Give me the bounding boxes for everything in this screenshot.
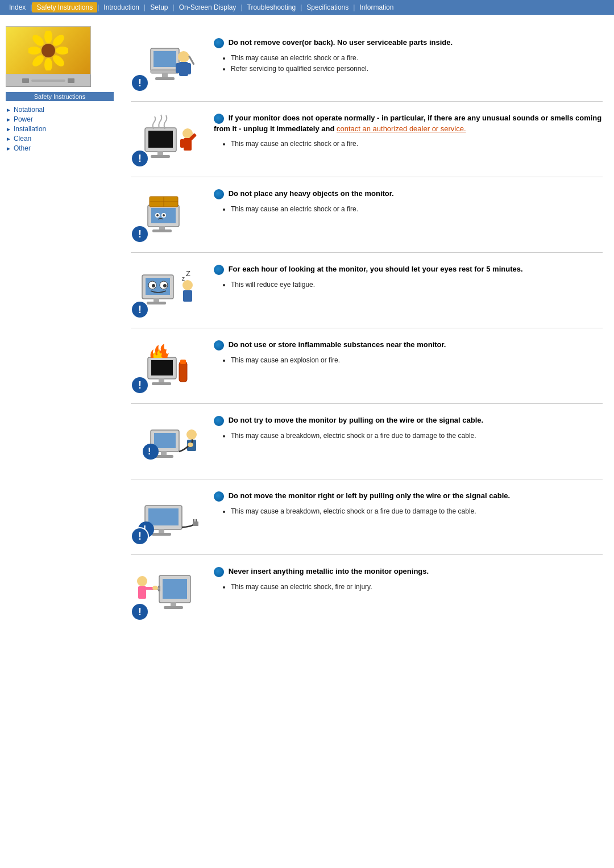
instruction-img-4: z Z ! <box>131 262 205 319</box>
svg-point-64 <box>188 443 193 447</box>
nav-item-osd[interactable]: On-Screen Display <box>175 2 241 12</box>
nav-item-safety[interactable]: Safety Instructions <box>32 2 97 12</box>
globe-icon-5 <box>214 340 224 350</box>
nav-item-setup[interactable]: Setup <box>146 2 172 12</box>
svg-point-0 <box>42 44 55 57</box>
svg-rect-55 <box>152 382 171 385</box>
instruction-bullets-2: This may cause an electric shock or a fi… <box>214 139 603 149</box>
instruction-row-2: ! If your monitor does not operate norma… <box>131 102 603 177</box>
globe-icon-1 <box>214 38 224 48</box>
sidebar: Safety Instructions ► Notational ► Power… <box>0 20 119 641</box>
sidebar-link-other-label: Other <box>14 144 31 152</box>
instruction-heading-text-3: Do not place any heavy objects on the mo… <box>229 189 394 198</box>
instruction-link-2[interactable]: contact an authorized dealer or service. <box>337 124 466 133</box>
instruction-bullets-6: This may cause a breakdown, electric sho… <box>214 431 603 441</box>
svg-rect-47 <box>183 290 192 302</box>
instruction-bullets-5: This may cause an explosion or fire. <box>214 355 603 366</box>
instruction-heading-3: Do not place any heavy objects on the mo… <box>214 189 603 199</box>
sidebar-title: Safety Instructions <box>6 92 114 101</box>
sidebar-link-clean[interactable]: ► Clean <box>6 135 114 143</box>
instruction-text-2: If your monitor does not operate normall… <box>214 111 603 149</box>
svg-point-1 <box>44 31 52 43</box>
svg-rect-10 <box>154 51 176 67</box>
monitor-illustration <box>6 26 91 89</box>
svg-point-14 <box>178 51 189 62</box>
instruction-img-5: ! <box>131 337 205 394</box>
svg-point-5 <box>31 32 46 48</box>
warning-icon-4: ! <box>131 301 149 319</box>
bullet-1-2: Refer servicing to qualified service per… <box>231 64 603 74</box>
instruction-row-4: z Z ! For each hour of looking at the mo… <box>131 253 603 328</box>
sidebar-link-notational-label: Notational <box>14 106 44 114</box>
globe-icon-6 <box>214 416 224 426</box>
nav-item-introduction[interactable]: Introduction <box>99 2 144 12</box>
instruction-bullets-1: This may cause an electric shock or a fi… <box>214 53 603 74</box>
svg-rect-17 <box>186 63 191 74</box>
svg-point-7 <box>31 53 46 68</box>
svg-text:z: z <box>182 276 185 282</box>
svg-point-6 <box>51 32 67 48</box>
instruction-row-8: ! Never insert anything metallic into th… <box>131 555 603 630</box>
svg-rect-33 <box>159 226 165 230</box>
warning-icon-5: ! <box>131 376 149 394</box>
instruction-row-3: ! Do not place any heavy objects on the … <box>131 177 603 253</box>
instruction-text-7: Do not move the monitor right or left by… <box>214 489 603 517</box>
svg-text:Z: Z <box>186 269 190 278</box>
instruction-heading-2: If your monitor does not operate normall… <box>214 113 603 134</box>
globe-icon-7 <box>214 491 224 502</box>
bullet-7-1: This may cause a breakdown, electric sho… <box>231 506 603 517</box>
nav-item-index[interactable]: Index <box>5 2 30 12</box>
svg-rect-12 <box>162 73 168 78</box>
globe-icon-4 <box>214 265 224 275</box>
svg-rect-75 <box>163 579 187 599</box>
sidebar-link-power[interactable]: ► Power <box>6 115 114 123</box>
svg-rect-66 <box>148 508 179 525</box>
instruction-bullets-4: This will reduce eye fatigue. <box>214 279 603 290</box>
instruction-img-3: ! <box>131 186 205 243</box>
svg-rect-77 <box>164 606 183 609</box>
instruction-heading-text-6: Do not try to move the monitor by pullin… <box>229 416 484 424</box>
bullet-3-1: This may cause an electric shock or a fi… <box>231 204 603 215</box>
instruction-img-6: ! <box>131 413 205 470</box>
svg-point-62 <box>186 429 197 440</box>
warning-icon-7: ! <box>131 527 149 545</box>
warning-icon-3: ! <box>131 225 149 243</box>
svg-rect-16 <box>176 63 180 73</box>
nav-item-information[interactable]: Information <box>355 2 398 12</box>
nav-item-specifications[interactable]: Specifications <box>302 2 353 12</box>
arrow-icon-1: ► <box>6 107 11 113</box>
sidebar-link-other[interactable]: ► Other <box>6 144 114 152</box>
instruction-heading-text-4: For each hour of looking at the monitor,… <box>229 265 523 273</box>
content-area: ! Do not remove cover(or back). No user … <box>119 20 614 641</box>
nav-item-troubleshooting[interactable]: Troubleshooting <box>243 2 301 12</box>
instruction-row-5: ! Do not use or store inflammable substa… <box>131 328 603 404</box>
instruction-heading-4: For each hour of looking at the monitor,… <box>214 264 603 275</box>
sidebar-link-notational[interactable]: ► Notational <box>6 106 114 114</box>
svg-point-4 <box>56 47 68 55</box>
bullet-6-1: This may cause a breakdown, electric sho… <box>231 431 603 441</box>
arrow-icon-3: ► <box>6 126 11 132</box>
sidebar-link-clean-label: Clean <box>14 135 31 143</box>
svg-rect-71 <box>193 521 198 526</box>
instruction-row-1: ! Do not remove cover(or back). No user … <box>131 26 603 102</box>
svg-point-2 <box>44 58 52 70</box>
svg-rect-58 <box>161 451 167 456</box>
instruction-heading-text-5: Do not use or store inflammable substanc… <box>229 340 446 349</box>
svg-rect-51 <box>151 360 173 375</box>
svg-rect-22 <box>151 155 170 158</box>
svg-point-43 <box>163 284 167 287</box>
svg-point-8 <box>51 53 67 68</box>
bullet-2-1: This may cause an electric shock or a fi… <box>231 139 603 149</box>
globe-icon-2 <box>214 114 224 124</box>
nav-bar: Index | Safety Instructions | Introducti… <box>0 0 614 15</box>
bullet-1-1: This may cause an electric shock or a fi… <box>231 53 603 64</box>
warning-icon-8: ! <box>131 603 149 621</box>
svg-rect-57 <box>154 433 176 448</box>
svg-rect-53 <box>180 360 186 364</box>
warning-icon-2: ! <box>131 149 149 168</box>
svg-point-3 <box>28 47 41 55</box>
arrow-icon-5: ► <box>6 145 11 152</box>
sidebar-link-installation[interactable]: ► Installation <box>6 125 114 133</box>
svg-point-32 <box>163 214 165 216</box>
svg-rect-20 <box>148 131 173 148</box>
